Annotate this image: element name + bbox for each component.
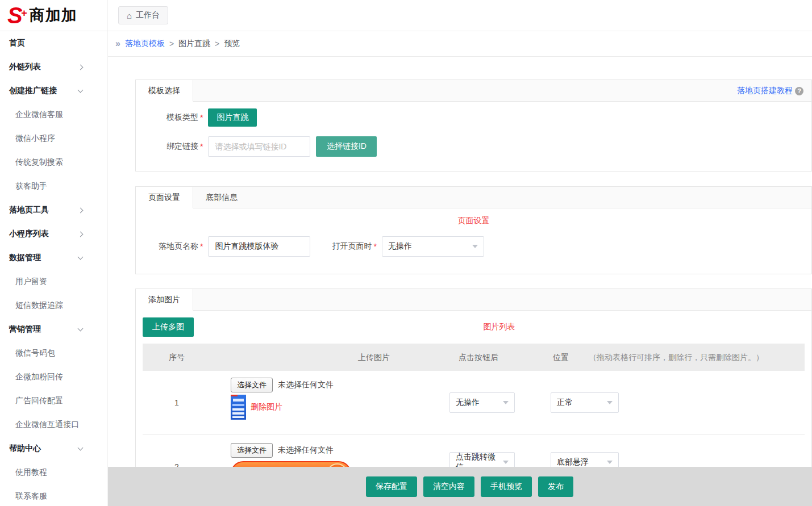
file-input: 选择文件 未选择任何文件 [231,378,334,392]
sidebar-item-external-links[interactable]: 外链列表 [0,55,107,79]
bind-link-label: 绑定链接 [144,141,198,152]
file-input: 选择文件 未选择任何文件 [231,443,388,458]
position-select[interactable]: 正常 [551,392,619,413]
col-index: 序号 [143,344,211,371]
col-action: 点击按钮后 [422,344,535,371]
add-images-tabs: 添加图片 [136,289,811,311]
sidebar-item-wecom-interop-api[interactable]: 企业微信互通接口 [0,413,107,437]
sidebar-item-home[interactable]: 首页 [0,31,107,55]
template-type-label: 模板类型 [144,112,198,123]
top-bar: ⌂ 工作台 [108,0,812,31]
home-icon: ⌂ [127,11,132,20]
image-thumbnail [231,395,246,420]
open-action-select[interactable]: 无操作 [382,236,484,257]
required-mark: * [200,113,203,122]
workbench-button[interactable]: ⌂ 工作台 [118,6,168,24]
tab-footer-info[interactable]: 底部信息 [193,187,250,208]
sidebar-item-tutorial[interactable]: 使用教程 [0,461,107,484]
template-type-row: 模板类型 * 图片直跳 [136,108,811,127]
breadcrumb-landing-templates[interactable]: 落地页模板 [125,39,165,49]
sidebar-item-sms-tracking[interactable]: 短信数据追踪 [0,294,107,317]
sidebar-item-ad-callback-config[interactable]: 广告回传配置 [0,389,107,413]
tab-add-images[interactable]: 添加图片 [136,289,193,311]
publish-button[interactable]: 发布 [538,476,573,497]
chevron-right-icon [78,207,84,213]
sidebar-item-contact-support[interactable]: 联系客服 [0,484,107,506]
chevron-down-icon [607,461,613,464]
tab-template-select[interactable]: 模板选择 [136,80,193,102]
select-link-id-button[interactable]: 选择链接ID [316,136,377,157]
app-window: S+ 商加加 首页 外链列表 创建推广链接 企业微信客服 微信小程序 传统复制搜… [0,0,812,506]
chevron-down-icon [503,461,509,464]
col-note: （拖动表格行可排序，删除行，只需删除图片。） [589,344,764,371]
clear-content-button[interactable]: 清空内容 [423,476,474,497]
row-upload-cell: 选择文件 未选择任何文件 删除图片 [231,371,334,420]
choose-file-button[interactable]: 选择文件 [231,378,273,392]
upload-row: 上传多图 图片列表 [143,317,805,337]
sidebar-item-help-center[interactable]: 帮助中心 [0,437,107,461]
sidebar-item-create-promo-link[interactable]: 创建推广链接 [0,79,107,103]
chevron-down-icon [607,401,613,404]
bind-link-row: 绑定链接 * 选择链接ID [136,136,811,157]
image-preview-line: 删除图片 [231,395,334,420]
footer-action-bar: 保存配置 清空内容 手机预览 发布 [108,467,812,506]
page-settings-card: 页面设置 底部信息 页面设置 落地页名称 * 打开页面时 * 无操作 [135,186,812,274]
choose-file-button[interactable]: 选择文件 [231,443,273,458]
template-type-button[interactable]: 图片直跳 [208,108,257,127]
row-position-cell: 正常 [551,392,619,413]
upload-multiple-button[interactable]: 上传多图 [143,317,194,337]
chevron-right-icon [78,231,84,237]
breadcrumb-collapse-icon[interactable]: » [115,39,120,49]
save-config-button[interactable]: 保存配置 [366,476,417,497]
sidebar-item-landing-tools[interactable]: 落地页工具 [0,198,107,222]
row-action-cell: 无操作 [449,392,515,413]
help-icon: ? [795,87,803,95]
open-action-label: 打开页面时 [325,241,372,252]
sidebar-item-wechat-number-pack[interactable]: 微信号码包 [0,341,107,365]
page-settings-section-title: 页面设置 [136,216,811,226]
breadcrumb-preview: 预览 [224,39,240,49]
sidebar-item-data-management[interactable]: 数据管理 [0,246,107,270]
page-name-label: 落地页名称 [144,241,198,252]
tab-page-settings[interactable]: 页面设置 [136,187,193,208]
required-mark: * [373,242,376,251]
link-id-input[interactable] [208,136,310,157]
sidebar-item-user-leads[interactable]: 用户留资 [0,270,107,294]
chevron-down-icon [472,245,478,248]
sidebar-item-traditional-copy-search[interactable]: 传统复制搜索 [0,150,107,174]
breadcrumb: » 落地页模板 > 图片直跳 > 预览 [108,31,812,57]
click-action-select[interactable]: 无操作 [449,392,515,413]
sidebar-item-marketing-management[interactable]: 营销管理 [0,317,107,341]
template-card-tabs: 模板选择 落地页搭建教程 ? [136,80,811,102]
mobile-preview-button[interactable]: 手机预览 [481,476,532,497]
chevron-down-icon [78,445,84,451]
workbench-label: 工作台 [136,10,160,20]
sidebar-item-wechat-miniprogram[interactable]: 微信小程序 [0,127,107,150]
image-list-title: 图片列表 [194,322,805,332]
template-card: 模板选择 落地页搭建教程 ? 模板类型 * 图片直跳 绑定链接 * 选择链接ID [135,80,812,172]
col-position: 位置 [553,344,569,371]
file-empty-text: 未选择任何文件 [278,445,334,455]
required-mark: * [200,242,203,251]
page-name-input[interactable] [208,236,310,257]
main-content: 模板选择 落地页搭建教程 ? 模板类型 * 图片直跳 绑定链接 * 选择链接ID [108,57,812,506]
breadcrumb-separator: > [215,39,219,48]
brand-name: 商加加 [30,5,77,26]
sidebar-item-customer-assistant[interactable]: 获客助手 [0,174,107,198]
sidebar-item-miniprogram-list[interactable]: 小程序列表 [0,222,107,246]
image-table-header: 序号 上传图片 点击按钮后 位置 （拖动表格行可排序，删除行，只需删除图片。） [143,344,805,371]
tutorial-link[interactable]: 落地页搭建教程 ? [737,80,803,102]
file-empty-text: 未选择任何文件 [278,380,334,390]
table-row: 1 选择文件 未选择任何文件 删除图片 无操作 [143,371,805,434]
row-index: 1 [143,371,211,434]
sidebar-item-wecom-service[interactable]: 企业微信客服 [0,103,107,127]
chevron-down-icon [78,87,84,93]
sidebar-item-wecom-fans-callback[interactable]: 企微加粉回传 [0,365,107,389]
sidebar-menu: 首页 外链列表 创建推广链接 企业微信客服 微信小程序 传统复制搜索 获客助手 … [0,31,107,506]
delete-image-link[interactable]: 删除图片 [251,402,282,412]
chevron-right-icon [78,64,84,70]
brand-logo-icon: S+ [7,4,23,27]
page-settings-tabs: 页面设置 底部信息 [136,187,811,208]
page-name-row: 落地页名称 * 打开页面时 * 无操作 [136,236,811,257]
chevron-down-icon [78,254,84,260]
